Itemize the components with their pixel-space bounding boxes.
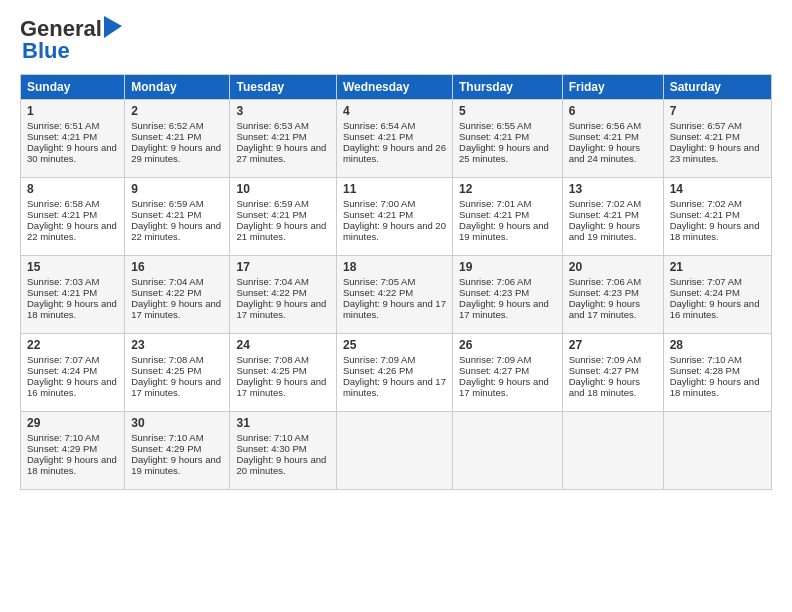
- sunset-label: Sunset: 4:23 PM: [569, 287, 639, 298]
- sunset-label: Sunset: 4:24 PM: [27, 365, 97, 376]
- sunset-label: Sunset: 4:21 PM: [131, 131, 201, 142]
- sunrise-label: Sunrise: 7:10 AM: [27, 432, 99, 443]
- sunset-label: Sunset: 4:21 PM: [27, 209, 97, 220]
- column-header-wednesday: Wednesday: [336, 75, 452, 100]
- day-number: 31: [236, 416, 330, 430]
- daylight-label: Daylight: 9 hours and 20 minutes.: [236, 454, 326, 476]
- calendar-cell: 2 Sunrise: 6:52 AM Sunset: 4:21 PM Dayli…: [125, 100, 230, 178]
- sunset-label: Sunset: 4:29 PM: [131, 443, 201, 454]
- sunset-label: Sunset: 4:27 PM: [569, 365, 639, 376]
- daylight-label: Daylight: 9 hours and 17 minutes.: [459, 376, 549, 398]
- daylight-label: Daylight: 9 hours and 21 minutes.: [236, 220, 326, 242]
- sunset-label: Sunset: 4:28 PM: [670, 365, 740, 376]
- day-number: 29: [27, 416, 118, 430]
- day-number: 14: [670, 182, 765, 196]
- day-number: 5: [459, 104, 556, 118]
- day-number: 15: [27, 260, 118, 274]
- daylight-label: Daylight: 9 hours and 17 minutes.: [569, 298, 640, 320]
- sunrise-label: Sunrise: 7:06 AM: [569, 276, 641, 287]
- calendar-cell: 5 Sunrise: 6:55 AM Sunset: 4:21 PM Dayli…: [453, 100, 563, 178]
- day-number: 7: [670, 104, 765, 118]
- column-header-sunday: Sunday: [21, 75, 125, 100]
- calendar-cell: 4 Sunrise: 6:54 AM Sunset: 4:21 PM Dayli…: [336, 100, 452, 178]
- column-header-monday: Monday: [125, 75, 230, 100]
- sunset-label: Sunset: 4:21 PM: [343, 209, 413, 220]
- daylight-label: Daylight: 9 hours and 16 minutes.: [670, 298, 760, 320]
- calendar-week-row: 1 Sunrise: 6:51 AM Sunset: 4:21 PM Dayli…: [21, 100, 772, 178]
- calendar-week-row: 22 Sunrise: 7:07 AM Sunset: 4:24 PM Dayl…: [21, 334, 772, 412]
- calendar-cell: 27 Sunrise: 7:09 AM Sunset: 4:27 PM Dayl…: [562, 334, 663, 412]
- calendar-cell: 25 Sunrise: 7:09 AM Sunset: 4:26 PM Dayl…: [336, 334, 452, 412]
- sunrise-label: Sunrise: 7:00 AM: [343, 198, 415, 209]
- calendar-week-row: 8 Sunrise: 6:58 AM Sunset: 4:21 PM Dayli…: [21, 178, 772, 256]
- calendar-cell: 31 Sunrise: 7:10 AM Sunset: 4:30 PM Dayl…: [230, 412, 337, 490]
- sunset-label: Sunset: 4:22 PM: [236, 287, 306, 298]
- day-number: 26: [459, 338, 556, 352]
- daylight-label: Daylight: 9 hours and 17 minutes.: [459, 298, 549, 320]
- sunrise-label: Sunrise: 6:53 AM: [236, 120, 308, 131]
- day-number: 6: [569, 104, 657, 118]
- day-number: 1: [27, 104, 118, 118]
- day-number: 11: [343, 182, 446, 196]
- sunset-label: Sunset: 4:22 PM: [131, 287, 201, 298]
- daylight-label: Daylight: 9 hours and 17 minutes.: [343, 298, 446, 320]
- daylight-label: Daylight: 9 hours and 24 minutes.: [569, 142, 640, 164]
- sunrise-label: Sunrise: 7:09 AM: [569, 354, 641, 365]
- day-number: 24: [236, 338, 330, 352]
- sunrise-label: Sunrise: 7:05 AM: [343, 276, 415, 287]
- sunrise-label: Sunrise: 6:51 AM: [27, 120, 99, 131]
- column-header-tuesday: Tuesday: [230, 75, 337, 100]
- daylight-label: Daylight: 9 hours and 27 minutes.: [236, 142, 326, 164]
- daylight-label: Daylight: 9 hours and 17 minutes.: [131, 298, 221, 320]
- daylight-label: Daylight: 9 hours and 19 minutes.: [131, 454, 221, 476]
- sunrise-label: Sunrise: 7:06 AM: [459, 276, 531, 287]
- daylight-label: Daylight: 9 hours and 22 minutes.: [131, 220, 221, 242]
- daylight-label: Daylight: 9 hours and 17 minutes.: [131, 376, 221, 398]
- sunset-label: Sunset: 4:21 PM: [343, 131, 413, 142]
- calendar-cell: 15 Sunrise: 7:03 AM Sunset: 4:21 PM Dayl…: [21, 256, 125, 334]
- sunrise-label: Sunrise: 7:02 AM: [670, 198, 742, 209]
- daylight-label: Daylight: 9 hours and 26 minutes.: [343, 142, 446, 164]
- daylight-label: Daylight: 9 hours and 19 minutes.: [459, 220, 549, 242]
- calendar-cell: [562, 412, 663, 490]
- sunrise-label: Sunrise: 7:10 AM: [236, 432, 308, 443]
- day-number: 27: [569, 338, 657, 352]
- daylight-label: Daylight: 9 hours and 30 minutes.: [27, 142, 117, 164]
- calendar-cell: 6 Sunrise: 6:56 AM Sunset: 4:21 PM Dayli…: [562, 100, 663, 178]
- calendar-cell: 7 Sunrise: 6:57 AM Sunset: 4:21 PM Dayli…: [663, 100, 771, 178]
- day-number: 13: [569, 182, 657, 196]
- calendar-cell: 14 Sunrise: 7:02 AM Sunset: 4:21 PM Dayl…: [663, 178, 771, 256]
- calendar-cell: [336, 412, 452, 490]
- sunset-label: Sunset: 4:27 PM: [459, 365, 529, 376]
- daylight-label: Daylight: 9 hours and 16 minutes.: [27, 376, 117, 398]
- day-number: 30: [131, 416, 223, 430]
- calendar-cell: 11 Sunrise: 7:00 AM Sunset: 4:21 PM Dayl…: [336, 178, 452, 256]
- sunrise-label: Sunrise: 7:01 AM: [459, 198, 531, 209]
- day-number: 3: [236, 104, 330, 118]
- calendar-cell: 1 Sunrise: 6:51 AM Sunset: 4:21 PM Dayli…: [21, 100, 125, 178]
- daylight-label: Daylight: 9 hours and 18 minutes.: [569, 376, 640, 398]
- sunset-label: Sunset: 4:21 PM: [236, 131, 306, 142]
- day-number: 21: [670, 260, 765, 274]
- sunrise-label: Sunrise: 7:04 AM: [131, 276, 203, 287]
- day-number: 10: [236, 182, 330, 196]
- calendar-cell: 9 Sunrise: 6:59 AM Sunset: 4:21 PM Dayli…: [125, 178, 230, 256]
- calendar-cell: 28 Sunrise: 7:10 AM Sunset: 4:28 PM Dayl…: [663, 334, 771, 412]
- daylight-label: Daylight: 9 hours and 18 minutes.: [27, 298, 117, 320]
- sunrise-label: Sunrise: 7:10 AM: [670, 354, 742, 365]
- daylight-label: Daylight: 9 hours and 17 minutes.: [236, 376, 326, 398]
- day-number: 25: [343, 338, 446, 352]
- sunset-label: Sunset: 4:24 PM: [670, 287, 740, 298]
- sunset-label: Sunset: 4:21 PM: [569, 131, 639, 142]
- day-number: 9: [131, 182, 223, 196]
- calendar-cell: 20 Sunrise: 7:06 AM Sunset: 4:23 PM Dayl…: [562, 256, 663, 334]
- sunrise-label: Sunrise: 6:59 AM: [236, 198, 308, 209]
- sunset-label: Sunset: 4:21 PM: [131, 209, 201, 220]
- daylight-label: Daylight: 9 hours and 25 minutes.: [459, 142, 549, 164]
- calendar-week-row: 15 Sunrise: 7:03 AM Sunset: 4:21 PM Dayl…: [21, 256, 772, 334]
- calendar-cell: 22 Sunrise: 7:07 AM Sunset: 4:24 PM Dayl…: [21, 334, 125, 412]
- calendar-cell: 12 Sunrise: 7:01 AM Sunset: 4:21 PM Dayl…: [453, 178, 563, 256]
- calendar-cell: 13 Sunrise: 7:02 AM Sunset: 4:21 PM Dayl…: [562, 178, 663, 256]
- calendar-cell: 16 Sunrise: 7:04 AM Sunset: 4:22 PM Dayl…: [125, 256, 230, 334]
- sunrise-label: Sunrise: 7:04 AM: [236, 276, 308, 287]
